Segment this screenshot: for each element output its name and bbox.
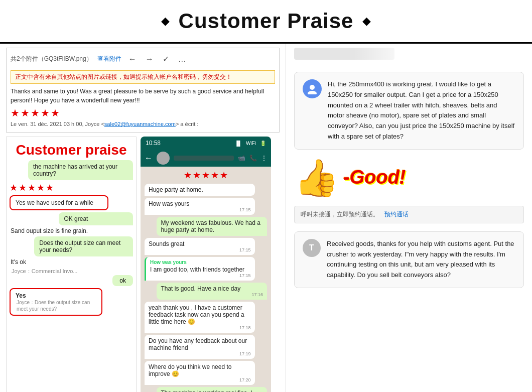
wa-time: 10:58 — [146, 140, 161, 147]
wa-star-1: ★ — [184, 170, 192, 181]
wa-msg-feedback-machine: Do you have any feedback about our machi… — [145, 335, 255, 359]
wa-msg-customer-feedback: yeah thank you , I have a customer feedb… — [145, 302, 255, 333]
chat-section: Customer praise the machine has arrived … — [6, 137, 280, 392]
wechat-call-text: 呼叫未接通，立即预约通话。 — [301, 211, 379, 218]
wa-video-icon[interactable]: 📹 — [238, 155, 245, 162]
left-chat-panel: Customer praise the machine has arrived … — [6, 137, 137, 392]
wa-contact-bar[interactable]: ← 📹 📞 ⋮ — [141, 150, 271, 167]
wa-menu-icon[interactable]: ⋮ — [261, 155, 267, 162]
thumbs-up-icon: 👍 — [294, 160, 339, 196]
wa-battery-icon: 🔋 — [260, 141, 266, 146]
chat-yes-bubble: Yes Joyce：Does the output size can meet … — [10, 288, 102, 316]
svg-point-0 — [310, 85, 315, 90]
praise-label: Customer praise — [10, 142, 133, 158]
wa-msg-working-fine: The machine is working real fine. I don'… — [157, 387, 267, 392]
wa-header: 10:58 ▐▌ WiFi 🔋 — [141, 137, 271, 150]
chat-star-1: ★ — [10, 182, 18, 193]
toolbar-more-btn[interactable]: … — [176, 54, 188, 65]
good-label: -Good! — [343, 167, 406, 188]
wa-star-5: ★ — [220, 170, 228, 181]
star-2: ★ — [21, 107, 30, 119]
svg-point-1 — [308, 91, 317, 94]
testimonial-card: T Received goods, thanks for you help wi… — [294, 231, 524, 288]
whatsapp-panel: 10:58 ▐▌ WiFi 🔋 ← 📹 📞 ⋮ ★ — [141, 137, 271, 392]
right-chat-card: Hi, the 250mmx400 is working great. I wo… — [294, 72, 524, 150]
toolbar-check-btn[interactable]: ✓ — [161, 53, 171, 65]
chat-file-label: Joyce：Commercial Invo... — [12, 268, 133, 275]
toolbar-forward-btn[interactable]: → — [144, 54, 156, 65]
page-title: Customer Praise — [179, 9, 354, 33]
page-header: ◆ Customer Praise ◆ — [0, 0, 532, 44]
email-body: Thanks and same to you! Was a great plea… — [11, 87, 275, 105]
email-toolbar: 共2个附件（GQ3tFiIBW.png） 查看附件 ← → ✓ … — [11, 51, 275, 67]
toolbar-back-btn[interactable]: ← — [126, 54, 139, 65]
chat-star-4: ★ — [37, 182, 45, 193]
wechat-area: 呼叫未接通，立即预约通话。 预约通话 — [294, 206, 524, 223]
star-3: ★ — [31, 107, 40, 119]
chat-sand-output: Sand ouput size is fine grain. — [11, 227, 132, 234]
testimonial-avatar: T — [303, 239, 321, 257]
wa-wifi-icon: WiFi — [246, 141, 256, 146]
wa-body: ★ ★ ★ ★ ★ Huge party at home. How was yo… — [141, 167, 271, 392]
wa-msg-how-was-yours: How was yours 17:15 — [145, 198, 255, 215]
wa-msg-sounds-great: Sounds great 17:15 — [145, 238, 255, 255]
chat-bubble-used-for-while: Yes we have used for a while — [10, 195, 108, 210]
wa-msg-improve: Where do you think we need to improve 😊 … — [145, 361, 255, 385]
email-warning: 正文中含有来自其他站点的图片或链接，如遇提示输入帐户名和密码，切勿提交！ — [11, 70, 275, 84]
chat-bubble-machine-arrived: the machine has arrived at your country? — [28, 160, 133, 180]
chat-stars: ★ ★ ★ ★ ★ — [10, 182, 133, 193]
main-content: 共2个附件（GQ3tFiIBW.png） 查看附件 ← → ✓ … 正文中含有来… — [0, 44, 532, 392]
chat-star-3: ★ — [28, 182, 36, 193]
wa-star-4: ★ — [211, 170, 219, 181]
star-1: ★ — [11, 107, 20, 119]
blurred-name-bar — [294, 48, 394, 60]
wa-star-2: ★ — [193, 170, 201, 181]
diamond-left-icon: ◆ — [161, 15, 170, 28]
email-section: 共2个附件（GQ3tFiIBW.png） 查看附件 ← → ✓ … 正文中含有来… — [6, 48, 280, 133]
wa-signal-icon: ▐▌ — [235, 141, 242, 146]
diamond-right-icon: ◆ — [362, 15, 371, 28]
left-panel: 共2个附件（GQ3tFiIBW.png） 查看附件 ← → ✓ … 正文中含有来… — [0, 44, 286, 392]
chat-bubble-ok-great: OK great — [59, 212, 133, 225]
good-area: 👍 -Good! — [294, 158, 524, 198]
right-chat-text: Hi, the 250mmx400 is working great. I wo… — [328, 79, 515, 142]
right-avatar — [303, 79, 322, 98]
email-link[interactable]: sale02@fuyuanmachine.com — [104, 121, 176, 127]
wa-msg-fabulous: My weekend was fabulous. We had a huge p… — [157, 217, 267, 236]
wa-msg-nice-day: That is good. Have a nice day 17:16 — [157, 283, 267, 300]
chat-star-5: ★ — [46, 182, 54, 193]
star-5: ★ — [51, 107, 60, 119]
wa-stars: ★ ★ ★ ★ ★ — [145, 170, 267, 181]
chat-star-2: ★ — [19, 182, 27, 193]
wa-back-icon[interactable]: ← — [145, 154, 153, 163]
chat-its-ok: It's ok — [11, 258, 132, 266]
right-panel: Hi, the 250mmx400 is working great. I wo… — [286, 44, 532, 392]
wa-msg-good-too: How was yours I am good too, with friend… — [145, 257, 255, 281]
email-date: Le ven. 31 déc. 2021 03 h 00, Joyce <sal… — [11, 121, 275, 127]
wa-call-icon[interactable]: 📞 — [249, 155, 257, 162]
attachment-label: 共2个附件（GQ3tFiIBW.png） — [11, 55, 92, 63]
wa-star-3: ★ — [202, 170, 210, 181]
star-4: ★ — [41, 107, 50, 119]
email-stars: ★ ★ ★ ★ ★ — [11, 107, 275, 119]
chat-bubble-output-size: Does the output size can meet your needs… — [34, 236, 133, 256]
chat-ok-btn: ok — [112, 275, 133, 286]
wa-msg-huge-party: Huge party at home. — [145, 184, 255, 196]
view-attachment-link[interactable]: 查看附件 — [97, 55, 121, 63]
wechat-call-link[interactable]: 预约通话 — [384, 210, 409, 219]
testimonial-text: Received goods, thanks for you help with… — [327, 239, 515, 281]
